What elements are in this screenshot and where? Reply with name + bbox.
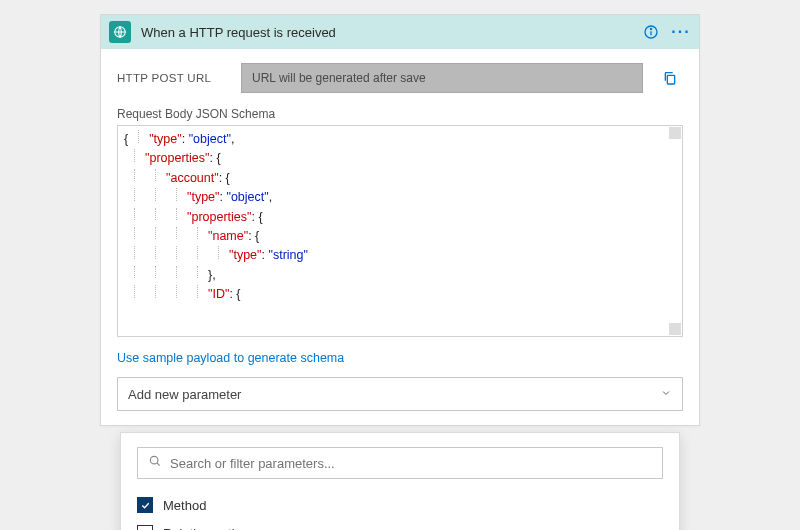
card-body: HTTP POST URL URL will be generated afte… bbox=[101, 49, 699, 425]
checkbox[interactable] bbox=[137, 525, 153, 530]
copy-url-button[interactable] bbox=[657, 65, 683, 91]
chevron-down-icon bbox=[660, 387, 672, 402]
use-sample-payload-link[interactable]: Use sample payload to generate schema bbox=[117, 351, 344, 365]
parameter-options-list: MethodRelative path bbox=[137, 491, 663, 530]
schema-editor[interactable]: {"type": "object","properties": {"accoun… bbox=[117, 125, 683, 337]
parameter-dropdown-panel: MethodRelative path bbox=[120, 432, 680, 530]
card-header: When a HTTP request is received ··· bbox=[101, 15, 699, 49]
checkbox[interactable] bbox=[137, 497, 153, 513]
url-label: HTTP POST URL bbox=[117, 72, 227, 84]
search-icon bbox=[148, 454, 162, 472]
parameter-option[interactable]: Relative path bbox=[137, 519, 663, 530]
trigger-card: When a HTTP request is received ··· HTTP… bbox=[100, 14, 700, 426]
parameter-search[interactable] bbox=[137, 447, 663, 479]
svg-point-3 bbox=[650, 28, 651, 29]
schema-label: Request Body JSON Schema bbox=[117, 107, 683, 121]
more-menu-icon[interactable]: ··· bbox=[671, 22, 691, 42]
add-new-parameter-dropdown[interactable]: Add new parameter bbox=[117, 377, 683, 411]
scroll-corner bbox=[669, 127, 681, 139]
dropdown-label: Add new parameter bbox=[128, 387, 241, 402]
parameter-search-input[interactable] bbox=[170, 456, 652, 471]
card-title: When a HTTP request is received bbox=[141, 25, 631, 40]
info-icon[interactable] bbox=[641, 22, 661, 42]
http-trigger-icon bbox=[109, 21, 131, 43]
svg-line-6 bbox=[157, 463, 160, 466]
svg-point-5 bbox=[150, 456, 158, 464]
url-readonly-field: URL will be generated after save bbox=[241, 63, 643, 93]
svg-rect-4 bbox=[667, 75, 674, 84]
url-row: HTTP POST URL URL will be generated afte… bbox=[117, 63, 683, 93]
option-label: Relative path bbox=[163, 526, 239, 531]
parameter-option[interactable]: Method bbox=[137, 491, 663, 519]
option-label: Method bbox=[163, 498, 206, 513]
scroll-corner bbox=[669, 323, 681, 335]
